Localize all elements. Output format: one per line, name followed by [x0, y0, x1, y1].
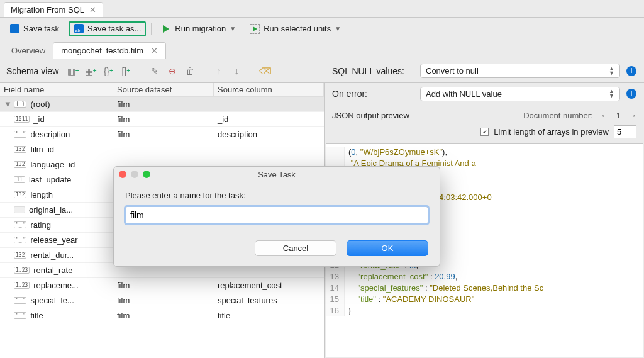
field-header-dataset[interactable]: Source dataset: [113, 83, 214, 96]
limit-input[interactable]: [614, 125, 636, 138]
type-badge: { }: [14, 101, 26, 108]
play-icon: [163, 25, 169, 33]
field-row[interactable]: "_"special_fe...filmspecial_features: [0, 293, 324, 308]
info-icon[interactable]: i: [626, 89, 636, 99]
field-row[interactable]: 1011_idfilm_id: [0, 112, 324, 127]
save-icon: [10, 24, 19, 33]
ok-button[interactable]: OK: [347, 240, 428, 256]
top-tab-label: Migration From SQL: [11, 5, 84, 14]
delete-icon[interactable]: 🗑: [184, 65, 196, 77]
type-badge: 132: [14, 161, 26, 168]
field-name: title: [30, 311, 43, 320]
save-task-label: Save task: [23, 24, 59, 33]
field-dataset: film: [113, 115, 214, 124]
on-error-value: Add with NULL value: [426, 89, 502, 99]
field-dataset: film: [113, 311, 214, 320]
field-name: description: [30, 130, 70, 139]
select-arrows-icon: ▲▼: [609, 67, 614, 76]
move-up-icon[interactable]: ↑: [213, 65, 225, 77]
tab-film-label: mongochef_testdb.film: [61, 46, 143, 55]
run-selected-label: Run selected units: [264, 24, 331, 33]
field-row[interactable]: 132film_id: [0, 142, 324, 157]
field-name: replaceme...: [33, 281, 79, 290]
type-badge: "_": [14, 131, 26, 138]
top-tab-migration[interactable]: Migration From SQL ✕: [4, 2, 103, 17]
field-name: length: [30, 190, 52, 199]
limit-label: Limit length of arrays in preview: [494, 127, 609, 137]
field-column: description: [214, 130, 324, 139]
type-badge: "_": [14, 297, 26, 304]
field-table-header: Field name Source dataset Source column: [0, 83, 324, 97]
save-task-button[interactable]: Save task: [5, 22, 64, 36]
close-icon[interactable]: ✕: [89, 5, 96, 14]
run-migration-label: Run migration: [175, 24, 226, 33]
type-badge: 132: [14, 146, 26, 153]
save-task-as-button[interactable]: Save task as...: [69, 21, 146, 36]
field-name: rental_dur...: [30, 250, 74, 260]
run-migration-button[interactable]: Run migration ▼: [157, 22, 240, 36]
field-name: _id: [33, 115, 44, 124]
type-badge: "_": [14, 237, 26, 243]
field-row[interactable]: "_"titlefilmtitle: [0, 308, 324, 323]
type-badge: [14, 206, 25, 213]
field-name: special_fe...: [30, 296, 74, 305]
json-preview-title: JSON output preview: [332, 111, 409, 120]
select-arrows-icon: ▲▼: [609, 89, 614, 98]
dialog-title: Save Task: [114, 170, 440, 179]
sql-null-value: Convert to null: [426, 66, 479, 76]
play-selected-icon: [253, 26, 257, 31]
field-row-root[interactable]: ▼{ }(root) film: [0, 97, 324, 112]
move-down-icon[interactable]: ↓: [231, 65, 242, 77]
remove-icon[interactable]: ⊖: [167, 65, 178, 77]
field-name: language_id: [30, 160, 75, 169]
type-badge: 1.23: [14, 282, 30, 289]
task-name-input[interactable]: [125, 206, 428, 224]
field-header-name[interactable]: Field name: [0, 83, 113, 96]
field-header-column[interactable]: Source column: [214, 83, 324, 96]
type-badge: 132: [14, 252, 26, 259]
info-icon[interactable]: i: [626, 66, 636, 76]
save-task-as-label: Save task as...: [87, 24, 141, 33]
add-array-icon[interactable]: []+: [120, 65, 131, 77]
field-dataset: film: [113, 130, 214, 139]
type-badge: 1011: [14, 116, 30, 123]
tree-toggle-icon[interactable]: ▼: [4, 99, 10, 109]
chevron-down-icon: ▼: [335, 25, 341, 32]
field-name: film_id: [30, 145, 54, 154]
limit-checkbox[interactable]: ✓: [480, 128, 489, 136]
field-column: title: [214, 311, 324, 320]
sql-null-select[interactable]: Convert to null ▲▼: [420, 64, 620, 78]
clear-icon[interactable]: ⌫: [260, 65, 271, 77]
type-badge: "_": [14, 312, 26, 319]
chevron-down-icon: ▼: [230, 25, 236, 32]
type-badge: 1.23: [14, 267, 30, 274]
field-name: last_update: [29, 175, 71, 184]
tab-overview[interactable]: Overview: [4, 43, 53, 59]
field-column: replacement_cost: [214, 281, 324, 290]
field-row[interactable]: 1.23replaceme...filmreplacement_cost: [0, 278, 324, 293]
type-badge: 132: [14, 191, 26, 198]
on-error-select[interactable]: Add with NULL value ▲▼: [420, 87, 620, 101]
add-collection-icon[interactable]: ▥+: [67, 65, 79, 77]
save-task-dialog: Save Task Please enter a name for the ta…: [113, 166, 440, 267]
field-name: rental_rate: [33, 266, 72, 275]
field-dataset: film: [113, 296, 214, 305]
close-icon[interactable]: ✕: [151, 46, 158, 55]
run-selected-button[interactable]: Run selected units ▼: [245, 22, 345, 36]
field-row[interactable]: "_"descriptionfilmdescription: [0, 127, 324, 142]
next-doc-button[interactable]: →: [628, 111, 636, 120]
field-name: rating: [30, 220, 51, 230]
field-column: special_features: [214, 296, 324, 305]
field-name: release_year: [30, 235, 77, 245]
prev-doc-button[interactable]: ←: [601, 111, 609, 120]
type-badge: "_": [14, 221, 26, 228]
save-as-icon: [74, 24, 84, 33]
add-object-icon[interactable]: {}+: [103, 65, 114, 77]
subtabs: Overview mongochef_testdb.film ✕: [0, 40, 644, 59]
type-badge: 11: [14, 176, 25, 183]
cancel-button[interactable]: Cancel: [255, 240, 336, 256]
add-table-icon[interactable]: ▦+: [85, 65, 96, 77]
tab-film[interactable]: mongochef_testdb.film ✕: [53, 42, 165, 59]
edit-icon[interactable]: ✎: [149, 65, 160, 77]
dialog-titlebar[interactable]: Save Task: [114, 167, 440, 182]
